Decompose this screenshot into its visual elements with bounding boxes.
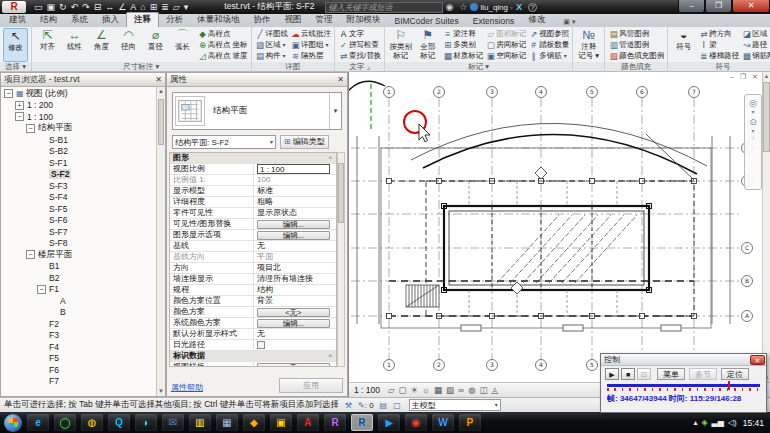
control-dialog-titlebar[interactable]: 控制 ✕: [601, 354, 766, 366]
property-checkbox[interactable]: [257, 341, 265, 349]
ribbon-button-stair-path[interactable]: ≣楼梯路径: [698, 50, 739, 61]
collapse-icon[interactable]: −: [15, 112, 24, 121]
tree-item[interactable]: +1 : 200: [1, 100, 156, 112]
play-button[interactable]: ▶: [605, 368, 619, 380]
ribbon-button-modify-cursor[interactable]: ↖修改: [3, 28, 28, 62]
taskbar-browser-icon[interactable]: ◯: [54, 414, 76, 431]
playback-timeline[interactable]: [607, 383, 760, 392]
ribbon-button-room-tag[interactable]: ▢房间标记: [485, 39, 526, 50]
tree-item[interactable]: S-F7: [1, 226, 156, 238]
temporary-hide-isolate-icon[interactable]: ∞: [458, 385, 464, 395]
property-value[interactable]: 1 : 100: [254, 164, 336, 174]
menu-button[interactable]: 菜单: [657, 368, 685, 380]
ribbon-button-tag-all[interactable]: ⚑全部 标记: [415, 28, 440, 62]
ribbon-button-material-tag[interactable]: ▦材质标记: [442, 50, 483, 61]
tree-item[interactable]: −▦视图 (比例): [1, 88, 156, 100]
ribbon-tab[interactable]: 结构: [33, 13, 64, 27]
signed-in-user[interactable]: liu_qing▾: [470, 3, 513, 12]
navbar-options-icon[interactable]: ○: [751, 135, 755, 142]
open-icon[interactable]: ▭: [34, 1, 43, 13]
ribbon-tab[interactable]: 体量和场地: [190, 13, 247, 27]
ribbon-button-dim-aligned[interactable]: ⇱对齐: [35, 28, 60, 62]
ribbon-tab[interactable]: 注释: [126, 12, 159, 27]
tree-item[interactable]: S-F2: [1, 169, 156, 181]
ribbon-tab[interactable]: 修改: [521, 13, 552, 27]
project-browser-close-icon[interactable]: ✕: [155, 75, 162, 84]
taskbar-mail-icon[interactable]: ✉: [162, 414, 184, 431]
tree-item[interactable]: −结构平面: [1, 123, 156, 135]
close-button[interactable]: ✕: [732, 0, 770, 13]
temporary-view-properties-icon[interactable]: ◫: [480, 385, 488, 395]
print-icon[interactable]: ⊟: [94, 1, 102, 13]
scroll-down-icon[interactable]: ▼: [157, 387, 165, 396]
ribbon-button-dim-radial[interactable]: ◠径向: [116, 28, 141, 62]
ribbon-display-toggle[interactable]: ▣ ▾: [556, 17, 582, 27]
navigation-bar[interactable]: ◎▾⊙▾○: [744, 94, 762, 190]
ribbon-button-spot-slope[interactable]: ◿高程点 坡度: [197, 50, 248, 61]
ribbon-button-multi-rebar[interactable]: ∥多钢筋▾: [528, 50, 569, 61]
ribbon-button-detail-line[interactable]: ╱详图线: [255, 28, 289, 39]
taskbar-powerpoint-icon[interactable]: P: [459, 414, 481, 431]
tree-item[interactable]: −1 : 100: [1, 111, 156, 123]
tree-item[interactable]: A: [1, 295, 156, 307]
property-value[interactable]: <无>: [254, 363, 336, 368]
reveal-hidden-elements-icon[interactable]: ◍: [468, 385, 475, 395]
ribbon-button-text[interactable]: A文字: [338, 28, 381, 39]
editing-requests-icon[interactable]: ✎: [358, 401, 365, 410]
ribbon-tab[interactable]: 视图: [278, 13, 309, 27]
ribbon-button-multi-category-tag[interactable]: ⊞多类别: [442, 39, 483, 50]
security-shield-icon[interactable]: ◈: [701, 418, 707, 427]
taskbar-tool-icon[interactable]: ◆: [243, 414, 265, 431]
ribbon-button-filled-region[interactable]: ▨区域▾: [255, 39, 289, 50]
ribbon-panel-label[interactable]: 选择 ▾: [0, 62, 31, 71]
property-group-header[interactable]: 图形˄: [170, 153, 336, 164]
taskbar-player-icon[interactable]: ▶: [378, 414, 400, 431]
tree-item[interactable]: F2: [1, 318, 156, 330]
undo-icon[interactable]: ↶: [71, 1, 79, 13]
ribbon-button-detail-group[interactable]: ▣详图组▾: [290, 39, 331, 50]
expand-icon[interactable]: +: [15, 101, 24, 110]
property-edit-button[interactable]: 编辑...: [257, 220, 330, 229]
drawing-area[interactable]: 11223344556677EDCBA: [348, 72, 770, 397]
collapse-icon[interactable]: −: [26, 250, 35, 259]
property-edit-button[interactable]: 编辑...: [257, 231, 330, 240]
revit-app-menu-button[interactable]: R: [2, 1, 26, 13]
ribbon-button-tread-number[interactable]: #踏板数量: [528, 39, 569, 50]
scroll-up-icon[interactable]: ▲: [157, 87, 165, 96]
redo-icon[interactable]: ↷: [82, 1, 90, 13]
ribbon-button-dim-angular[interactable]: ∠角度: [89, 28, 114, 62]
ribbon-button-find-replace[interactable]: ⇄查找/替换: [338, 50, 381, 61]
navbar-dropdown-icon[interactable]: ▾: [751, 109, 754, 116]
tree-item[interactable]: F6: [1, 364, 156, 376]
property-edit-button[interactable]: <无>: [257, 308, 330, 317]
property-edit-button[interactable]: 编辑...: [257, 319, 330, 328]
taskbar-reader-icon[interactable]: ▣: [270, 414, 292, 431]
ribbon-button-span-direction[interactable]: ⇄跨方向: [698, 28, 739, 39]
properties-scrollbar[interactable]: [337, 152, 345, 367]
ribbon-tab[interactable]: 附加模块: [340, 13, 388, 27]
analytical-model-icon[interactable]: ◬: [492, 385, 499, 395]
crop-view-icon[interactable]: ▦: [434, 385, 442, 395]
thin-lines-icon[interactable]: ≣: [161, 1, 169, 13]
view-scale[interactable]: 1 : 100: [354, 385, 380, 395]
ribbon-button-spot-elevation[interactable]: ◆高程点: [197, 28, 248, 39]
tree-item[interactable]: S-B2: [1, 146, 156, 158]
type-selector-dropdown-icon[interactable]: ▾: [329, 93, 341, 129]
minimize-button[interactable]: –: [678, 0, 705, 13]
scroll-up-icon[interactable]: ▲: [763, 72, 770, 80]
project-browser-scrollbar[interactable]: ▲ ▼: [156, 87, 165, 396]
ribbon-button-duct-legend[interactable]: ▤风管图例: [608, 28, 664, 39]
show-crop-region-icon[interactable]: ▧: [446, 385, 454, 395]
show-hidden-icons-icon[interactable]: ▴: [693, 418, 697, 427]
sync-icon[interactable]: ↻: [59, 1, 67, 13]
property-edit-button[interactable]: <无>: [257, 363, 330, 368]
tree-item[interactable]: S-B1: [1, 134, 156, 146]
ribbon-tab[interactable]: 插入: [95, 13, 126, 27]
ribbon-button-beam-annotations[interactable]: ≡梁注释: [442, 28, 483, 39]
tree-item[interactable]: −F1: [1, 284, 156, 296]
collapse-icon[interactable]: −: [4, 89, 13, 98]
ribbon-button-dim-arclength[interactable]: ⌒弧长: [170, 28, 195, 62]
ribbon-button-area-tag[interactable]: ▱面积标记: [485, 28, 526, 39]
tree-item[interactable]: B2: [1, 272, 156, 284]
property-group-header[interactable]: 标识数据˄: [170, 351, 336, 362]
